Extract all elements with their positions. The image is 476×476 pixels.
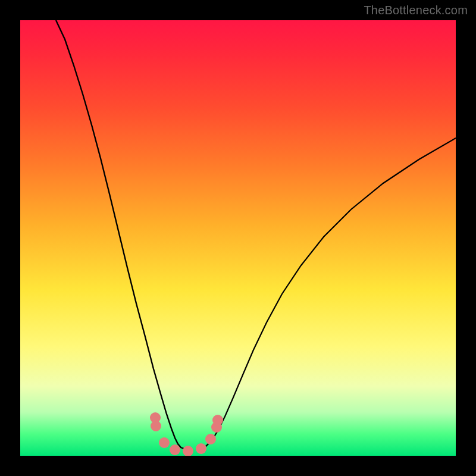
chart-frame: TheBottleneck.com	[0, 0, 476, 476]
chart-plot-area	[20, 20, 456, 456]
curve-left	[56, 20, 187, 450]
marker-dot	[196, 443, 206, 454]
curve-right	[199, 138, 456, 450]
marker-dots	[150, 412, 223, 456]
marker-dot	[205, 434, 216, 444]
watermark-text: TheBottleneck.com	[364, 4, 468, 17]
marker-dot	[170, 444, 180, 455]
marker-dot	[212, 415, 223, 425]
marker-dot	[183, 446, 193, 456]
marker-dot	[159, 437, 170, 448]
chart-svg	[20, 20, 456, 456]
marker-dot	[151, 421, 161, 431]
